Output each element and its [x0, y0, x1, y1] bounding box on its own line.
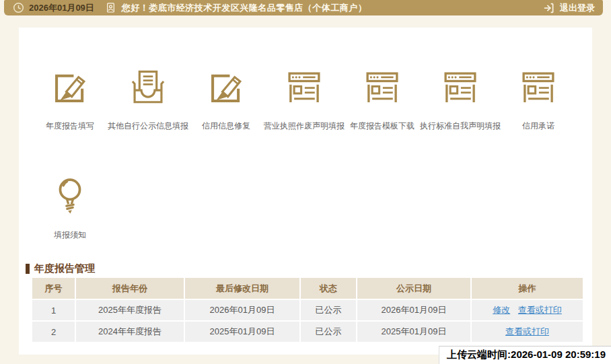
- user-badge-icon: [105, 2, 116, 13]
- menu-item-filing-notice[interactable]: 填报须知: [31, 172, 109, 241]
- cell-last-modified: 2025年01月09日: [184, 321, 300, 342]
- logout-label: 退出登录: [560, 2, 595, 14]
- clock-icon: [12, 1, 25, 14]
- menu-row: 年度报告填写 其他自行公示信息填报 信用信息修复 营业执照作废声明填报 年度报告…: [31, 67, 577, 132]
- main-panel: 年度报告填写 其他自行公示信息填报 信用信息修复 营业执照作废声明填报 年度报告…: [19, 28, 592, 355]
- menu-item-label: 信用信息修复: [202, 120, 250, 132]
- table-header-row: 序号 报告年份 最后修改日期 状态 公示日期 操作: [32, 278, 583, 299]
- topbar: 2026年01月09日 您好！娄底市经济技术开发区兴隆名品零售店（个体工商户） …: [4, 0, 603, 15]
- column-header-report-year: 报告年份: [75, 278, 184, 299]
- modify-link[interactable]: 修改: [493, 305, 510, 315]
- cell-seq: 2: [32, 321, 75, 342]
- column-header-publish-date: 公示日期: [357, 278, 471, 299]
- greeting-text: 您好！娄底市经济技术开发区兴隆名品零售店（个体工商户）: [122, 2, 367, 14]
- menu-item-label: 年度报告模板下载: [350, 120, 415, 132]
- cell-status: 已公示: [300, 321, 357, 342]
- inbox-document-icon: [127, 67, 169, 107]
- edit-pencil-icon: [49, 67, 91, 107]
- annual-report-table: 序号 报告年份 最后修改日期 状态 公示日期 操作 1 2025年年度报告 20…: [32, 278, 583, 343]
- menu-item-label: 执行标准自我声明填报: [420, 120, 501, 132]
- form-page-icon: [518, 67, 559, 107]
- table-row: 2 2024年年度报告 2025年01月09日 已公示 2025年01月09日 …: [32, 321, 583, 342]
- menu-item-standard-self-declaration[interactable]: 执行标准自我声明填报: [421, 67, 499, 132]
- logout-button[interactable]: 退出登录: [543, 2, 595, 14]
- lightbulb-icon: [50, 172, 90, 219]
- cell-report-year: 2024年年度报告: [75, 321, 184, 342]
- section-title-text: 年度报告管理: [34, 262, 95, 275]
- menu-item-annual-report-template-download[interactable]: 年度报告模板下载: [343, 67, 421, 132]
- current-date: 2026年01月09日: [29, 2, 94, 14]
- menu-item-annual-report-fill[interactable]: 年度报告填写: [31, 67, 109, 132]
- exit-icon: [543, 2, 555, 14]
- menu-item-label: 其他自行公示信息填报: [108, 120, 188, 132]
- menu-row-notice: 填报须知: [31, 172, 109, 241]
- table-row: 1 2025年年度报告 2026年01月09日 已公示 2026年01月09日 …: [32, 299, 583, 321]
- form-page-icon: [362, 67, 402, 107]
- column-header-actions: 操作: [471, 278, 583, 299]
- menu-item-license-void-declaration[interactable]: 营业执照作废声明填报: [265, 67, 343, 132]
- column-header-status: 状态: [300, 278, 357, 299]
- cell-actions: 查看或打印: [471, 321, 583, 342]
- menu-item-credit-commitment[interactable]: 信用承诺: [499, 67, 577, 132]
- annual-report-section-title: 年度报告管理: [26, 262, 95, 275]
- edit-pencil-icon: [205, 67, 247, 107]
- title-marker: [26, 264, 30, 274]
- cell-seq: 1: [32, 299, 75, 321]
- cell-publish-date: 2026年01月09日: [357, 299, 471, 321]
- cell-last-modified: 2026年01月09日: [184, 299, 300, 321]
- menu-item-label: 年度报告填写: [46, 120, 94, 132]
- view-or-print-link[interactable]: 查看或打印: [518, 305, 562, 315]
- view-or-print-link[interactable]: 查看或打印: [505, 326, 549, 336]
- form-page-icon: [440, 67, 480, 107]
- cell-actions: 修改 查看或打印: [471, 299, 583, 321]
- cell-status: 已公示: [300, 299, 357, 321]
- column-header-last-modified: 最后修改日期: [184, 278, 300, 299]
- menu-item-other-self-disclosure[interactable]: 其他自行公示信息填报: [109, 67, 187, 132]
- upload-time-text: 上传云端时间:2026-01-09 20:59:19: [439, 346, 611, 364]
- cell-report-year: 2025年年度报告: [75, 299, 184, 321]
- cell-publish-date: 2025年01月09日: [357, 321, 471, 342]
- form-page-icon: [284, 67, 324, 107]
- menu-item-label: 填报须知: [54, 229, 86, 241]
- menu-item-label: 营业执照作废声明填报: [264, 120, 345, 132]
- menu-item-credit-info-repair[interactable]: 信用信息修复: [187, 67, 265, 132]
- menu-item-label: 信用承诺: [522, 120, 554, 132]
- column-header-seq: 序号: [32, 278, 75, 299]
